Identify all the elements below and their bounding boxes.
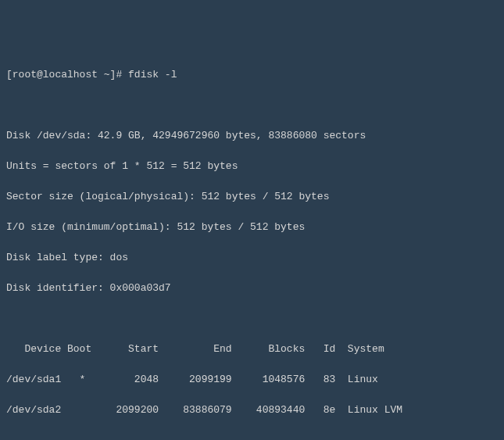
disk-sda-label-type: Disk label type: dos [6,250,498,266]
disk-sda-io-size: I/O size (minimum/optimal): 512 bytes / … [6,220,498,235]
disk-sda-units: Units = sectors of 1 * 512 = 512 bytes [6,159,498,174]
shell-prompt: [root@localhost ~]# fdisk -l [6,67,498,83]
blank-line [6,311,498,327]
blank-line [6,98,498,113]
partition-row-sda2: /dev/sda2 2099200 83886079 40893440 8e L… [6,402,498,418]
partition-table-header: Device Boot Start End Blocks Id System [6,342,498,357]
disk-sda-header: Disk /dev/sda: 42.9 GB, 42949672960 byte… [6,128,498,144]
disk-sda-identifier: Disk identifier: 0x000a03d7 [6,281,498,296]
disk-sda-sector-size: Sector size (logical/physical): 512 byte… [6,189,498,205]
partition-row-sda1: /dev/sda1 * 2048 2099199 1048576 83 Linu… [6,372,498,388]
blank-line [6,433,498,440]
